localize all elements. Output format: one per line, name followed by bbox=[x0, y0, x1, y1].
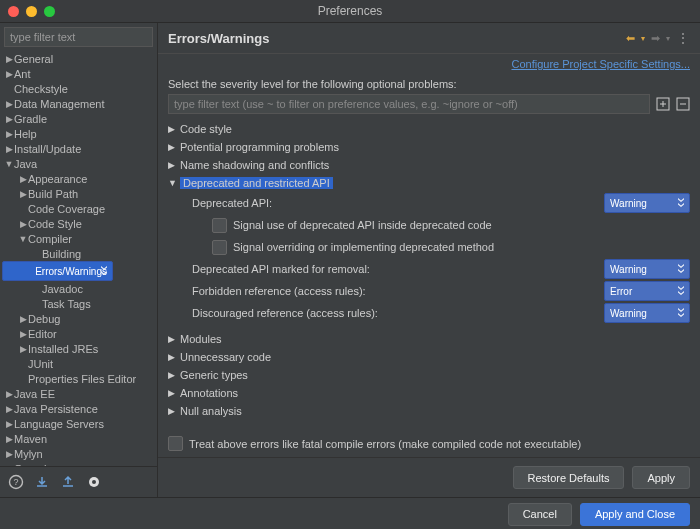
forbidden-ref-select[interactable]: Error bbox=[604, 281, 690, 301]
svg-text:?: ? bbox=[13, 477, 18, 487]
pref-signal-inside-deprecated[interactable]: Signal use of deprecated API inside depr… bbox=[168, 214, 690, 236]
sidebar-item[interactable]: ▶Installed JREs bbox=[2, 341, 157, 356]
sidebar-item[interactable]: ▼Compiler bbox=[2, 231, 157, 246]
sidebar-item[interactable]: ▶Help bbox=[2, 126, 157, 141]
sidebar-item[interactable]: ▶Gradle bbox=[2, 111, 157, 126]
sidebar-item[interactable]: Errors/Warnings bbox=[2, 261, 113, 281]
titlebar: Preferences bbox=[0, 0, 700, 23]
main-panel: Errors/Warnings ⬅▾ ➡▾ ⋮ Configure Projec… bbox=[158, 23, 700, 497]
window-title: Preferences bbox=[0, 4, 700, 18]
sidebar-item[interactable]: ▶Editor bbox=[2, 326, 157, 341]
group-generic-types[interactable]: ▶Generic types bbox=[168, 366, 690, 384]
checkbox-icon[interactable] bbox=[212, 240, 227, 255]
sidebar-toolbar: ? bbox=[0, 466, 157, 497]
restore-defaults-button[interactable]: Restore Defaults bbox=[513, 466, 625, 489]
sidebar-filter-input[interactable]: type filter text bbox=[4, 27, 153, 47]
checkbox-icon[interactable] bbox=[212, 218, 227, 233]
settings-list: ▶Code style ▶Potential programming probl… bbox=[158, 118, 700, 430]
sidebar-item[interactable]: ▶Java EE bbox=[2, 386, 157, 401]
group-modules[interactable]: ▶Modules bbox=[168, 330, 690, 348]
sidebar-item[interactable]: ▶Ant bbox=[2, 66, 157, 81]
settings-filter-input[interactable]: type filter text (use ~ to filter on pre… bbox=[168, 94, 650, 114]
apply-button[interactable]: Apply bbox=[632, 466, 690, 489]
menu-icon[interactable]: ⋮ bbox=[676, 30, 690, 46]
group-potential-problems[interactable]: ▶Potential programming problems bbox=[168, 138, 690, 156]
pref-forbidden-reference: Forbidden reference (access rules): Erro… bbox=[168, 280, 690, 302]
cancel-button[interactable]: Cancel bbox=[508, 503, 572, 526]
group-annotations[interactable]: ▶Annotations bbox=[168, 384, 690, 402]
collapse-all-icon[interactable] bbox=[676, 97, 690, 111]
deprecated-api-select[interactable]: Warning bbox=[604, 193, 690, 213]
sidebar-item[interactable]: Building bbox=[2, 246, 157, 261]
pref-fatal-errors[interactable]: Treat above errors like fatal compile er… bbox=[158, 430, 700, 457]
sidebar-item[interactable]: ▶Appearance bbox=[2, 171, 157, 186]
deprecated-removal-select[interactable]: Warning bbox=[604, 259, 690, 279]
sidebar: type filter text ▶General▶AntCheckstyle▶… bbox=[0, 23, 158, 497]
sidebar-item[interactable]: Task Tags bbox=[2, 296, 157, 311]
pref-deprecated-removal: Deprecated API marked for removal: Warni… bbox=[168, 258, 690, 280]
discouraged-ref-select[interactable]: Warning bbox=[604, 303, 690, 323]
dialog-bottom-bar: Cancel Apply and Close bbox=[0, 497, 700, 529]
sidebar-item[interactable]: Code Coverage bbox=[2, 201, 157, 216]
group-unnecessary-code[interactable]: ▶Unnecessary code bbox=[168, 348, 690, 366]
forward-arrow-icon[interactable]: ➡ bbox=[651, 32, 660, 45]
sidebar-item[interactable]: ▶Language Servers bbox=[2, 416, 157, 431]
sidebar-item[interactable]: Checkstyle bbox=[2, 81, 157, 96]
sidebar-item[interactable]: ▶Install/Update bbox=[2, 141, 157, 156]
import-icon[interactable] bbox=[34, 474, 50, 490]
pref-signal-overriding[interactable]: Signal overriding or implementing deprec… bbox=[168, 236, 690, 258]
sidebar-item[interactable]: Javadoc bbox=[2, 281, 157, 296]
sidebar-item[interactable]: ▶Debug bbox=[2, 311, 157, 326]
sidebar-item[interactable]: ▶Build Path bbox=[2, 186, 157, 201]
export-icon[interactable] bbox=[60, 474, 76, 490]
help-icon[interactable]: ? bbox=[8, 474, 24, 490]
back-arrow-icon[interactable]: ⬅ bbox=[626, 32, 635, 45]
sidebar-item[interactable]: ▼Java bbox=[2, 156, 157, 171]
sidebar-item[interactable]: JUnit bbox=[2, 356, 157, 371]
pref-discouraged-reference: Discouraged reference (access rules): Wa… bbox=[168, 302, 690, 324]
project-settings-link[interactable]: Configure Project Specific Settings... bbox=[511, 58, 690, 70]
group-name-shadowing[interactable]: ▶Name shadowing and conflicts bbox=[168, 156, 690, 174]
page-title: Errors/Warnings bbox=[168, 31, 269, 46]
sidebar-item[interactable]: ▶Java Persistence bbox=[2, 401, 157, 416]
sidebar-item[interactable]: ▶Mylyn bbox=[2, 446, 157, 461]
oomph-icon[interactable] bbox=[86, 474, 102, 490]
group-code-style[interactable]: ▶Code style bbox=[168, 120, 690, 138]
sidebar-tree[interactable]: ▶General▶AntCheckstyle▶Data Management▶G… bbox=[0, 51, 157, 466]
checkbox-icon[interactable] bbox=[168, 436, 183, 451]
sidebar-item[interactable]: ▶Data Management bbox=[2, 96, 157, 111]
group-deprecated-api[interactable]: ▼Deprecated and restricted API bbox=[168, 174, 690, 192]
pref-deprecated-api: Deprecated API: Warning bbox=[168, 192, 690, 214]
description-text: Select the severity level for the follow… bbox=[158, 74, 700, 94]
sidebar-item[interactable]: ▶General bbox=[2, 51, 157, 66]
group-null-analysis[interactable]: ▶Null analysis bbox=[168, 402, 690, 420]
sidebar-item[interactable]: ▶Code Style bbox=[2, 216, 157, 231]
apply-and-close-button[interactable]: Apply and Close bbox=[580, 503, 690, 526]
svg-point-3 bbox=[92, 480, 96, 484]
sidebar-item[interactable]: Properties Files Editor bbox=[2, 371, 157, 386]
expand-all-icon[interactable] bbox=[656, 97, 670, 111]
sidebar-item[interactable]: ▶Maven bbox=[2, 431, 157, 446]
